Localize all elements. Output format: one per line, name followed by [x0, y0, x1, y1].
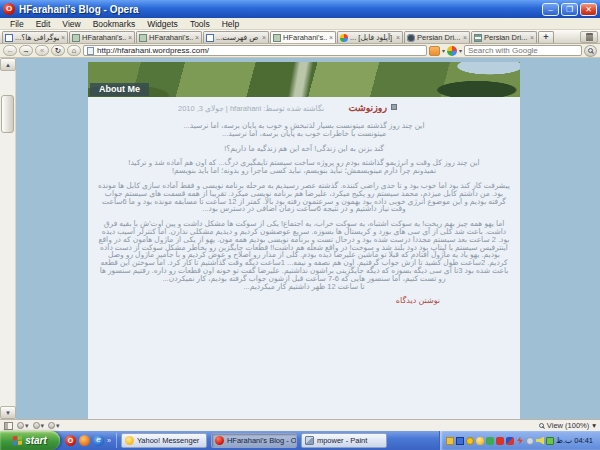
- start-label: start: [25, 435, 47, 446]
- tray-display-icon[interactable]: [456, 437, 464, 445]
- blog-header-image: About Me: [88, 62, 520, 97]
- quick-launch-area: O e »: [60, 433, 117, 448]
- about-me-nav-label[interactable]: About Me: [90, 83, 149, 96]
- wordpress-favicon: [72, 34, 80, 42]
- post-paragraph: این چند روز کل وقت و انرژیمو گذاشته بودم…: [98, 159, 510, 175]
- status-network-button[interactable]: ▾: [33, 422, 45, 430]
- tab-close-icon[interactable]: ×: [396, 34, 400, 41]
- tab-3[interactable]: HFarahani's... ×: [136, 31, 202, 43]
- closed-tabs-trash-button[interactable]: [580, 31, 598, 43]
- scroll-up-button[interactable]: ▲: [0, 58, 16, 71]
- post-area: روزنوشت نگاشته شده توسط: hfarahani | جول…: [88, 97, 520, 419]
- menu-item-edit[interactable]: Edit: [30, 19, 57, 29]
- quick-launch-ie-icon[interactable]: e: [93, 435, 104, 446]
- menu-item-view[interactable]: View: [56, 19, 86, 29]
- tab-close-icon[interactable]: ×: [128, 34, 132, 41]
- tab-close-icon[interactable]: ×: [530, 34, 534, 41]
- tray-battery-icon[interactable]: [546, 437, 554, 445]
- tab-4[interactable]: ...ص فهرست ×: [203, 31, 269, 43]
- tray-warning-icon[interactable]: [466, 437, 474, 445]
- quick-launch-overflow-chevron[interactable]: »: [107, 437, 111, 444]
- tray-messenger-smiley-icon[interactable]: [476, 437, 484, 445]
- tray-power-icon[interactable]: [516, 437, 524, 445]
- search-go-button[interactable]: [584, 45, 597, 57]
- tab-6[interactable]: ... [آپلود فایل] ×: [337, 31, 403, 43]
- page-icon: [87, 47, 94, 55]
- close-button[interactable]: ✕: [580, 3, 597, 16]
- restore-button[interactable]: ❐: [561, 3, 578, 16]
- rewind-button[interactable]: «: [35, 45, 49, 56]
- menu-item-widgets[interactable]: Widgets: [141, 19, 184, 29]
- quick-launch-opera-icon[interactable]: O: [65, 435, 76, 446]
- tray-chat-icon[interactable]: [486, 437, 494, 445]
- tab-2[interactable]: HFarahani's... ×: [69, 31, 135, 43]
- scrollbar-thumb[interactable]: [1, 95, 14, 133]
- tab-close-icon[interactable]: ×: [195, 34, 199, 41]
- zoom-view-control[interactable]: View (100%) ▾: [539, 421, 596, 430]
- menu-item-file[interactable]: File: [4, 19, 30, 29]
- wordpress-favicon: [139, 34, 147, 42]
- menu-item-help[interactable]: Help: [216, 19, 245, 29]
- network-icon: [33, 422, 40, 429]
- tab-close-icon[interactable]: ×: [262, 34, 266, 41]
- taskbar-button-opera-blog[interactable]: HFarahani's Blog - Op...: [211, 433, 297, 448]
- tab-close-icon[interactable]: ×: [329, 34, 333, 41]
- tab-5-active[interactable]: HFarahani's... ×: [270, 31, 336, 43]
- search-input[interactable]: [468, 46, 578, 55]
- google-search-engine-icon[interactable]: [447, 46, 457, 56]
- tab-close-icon[interactable]: ×: [61, 34, 65, 41]
- home-button[interactable]: ⌂: [67, 45, 81, 56]
- status-sync-button[interactable]: ▾: [17, 422, 29, 430]
- post-paragraph: گند بزنن به این زندگی! آخه این هم زندگیه…: [98, 145, 510, 153]
- sync-icon: [17, 422, 24, 429]
- table-favicon: [474, 34, 482, 42]
- rss-feed-icon[interactable]: [429, 46, 440, 56]
- post-byline: نگاشته شده توسط: hfarahani | جولای 3, 20…: [178, 104, 324, 113]
- vertical-scrollbar[interactable]: ▲ ▼: [0, 58, 16, 419]
- tab-close-icon[interactable]: ×: [463, 34, 467, 41]
- engine-caret-icon[interactable]: ▾: [459, 47, 462, 54]
- tab-bar: ...بیوگرافی ها؟ × HFarahani's... × HFara…: [0, 30, 600, 44]
- scroll-down-button[interactable]: ▼: [0, 406, 16, 419]
- status-security-button[interactable]: ▾: [48, 422, 60, 430]
- quick-launch-browser-icon[interactable]: [79, 435, 90, 446]
- wordpress-favicon: [273, 34, 281, 42]
- blog-favicon: [206, 34, 214, 42]
- taskbar-clock[interactable]: 04:41 ب.ظ: [556, 436, 595, 445]
- tab-7[interactable]: Persian Dri... ×: [404, 31, 470, 43]
- menu-bar: File Edit View Bookmarks Widgets Tools H…: [0, 18, 600, 30]
- url-input[interactable]: [97, 46, 423, 55]
- tab-8[interactable]: Persian Dri... ×: [471, 31, 537, 43]
- tray-antivirus-shield-icon[interactable]: [506, 437, 514, 445]
- tab-label: ... [آپلود فایل]: [350, 33, 394, 42]
- write-comment-link[interactable]: نوشتن دیدگاه: [98, 297, 440, 305]
- trash-icon: [586, 33, 593, 41]
- tab-label: HFarahani's...: [283, 33, 327, 42]
- tab-1[interactable]: ...بیوگرافی ها؟ ×: [2, 31, 68, 43]
- taskbar-button-yahoo-messenger[interactable]: Yahoo! Messenger: [121, 433, 207, 448]
- panels-toggle-icon[interactable]: [4, 422, 13, 430]
- rss-caret-icon[interactable]: ▾: [442, 47, 445, 54]
- tab-label: ...ص فهرست: [216, 33, 260, 42]
- forward-button[interactable]: →: [19, 45, 33, 56]
- tab-label: Persian Dri...: [417, 33, 461, 42]
- minimize-button[interactable]: –: [542, 3, 559, 16]
- tray-update-icon[interactable]: [526, 437, 534, 445]
- new-tab-button[interactable]: +: [538, 31, 554, 43]
- blog-content-column: About Me روزنوشت نگاشته شده توسط: hfarah…: [88, 58, 520, 419]
- tray-volume-icon[interactable]: [536, 437, 544, 445]
- tray-alert-icon[interactable]: [496, 437, 504, 445]
- back-button[interactable]: ←: [3, 45, 17, 56]
- opera-browser-window: O HFarahani's Blog - Opera – ❐ ✕ File Ed…: [0, 0, 600, 450]
- magnifier-icon: [539, 423, 544, 428]
- menu-item-bookmarks[interactable]: Bookmarks: [87, 19, 142, 29]
- post-title-link[interactable]: روزنوشت: [348, 102, 387, 113]
- tray-folder-icon[interactable]: [446, 437, 454, 445]
- page-viewport: About Me روزنوشت نگاشته شده توسط: hfarah…: [0, 58, 600, 419]
- title-bar: O HFarahani's Blog - Opera – ❐ ✕: [0, 0, 600, 18]
- taskbar-button-paint[interactable]: mpower - Paint: [301, 433, 387, 448]
- tab-label: HFarahani's...: [82, 33, 126, 42]
- menu-item-tools[interactable]: Tools: [184, 19, 216, 29]
- reload-button[interactable]: ↻: [51, 45, 65, 56]
- start-button[interactable]: start: [0, 431, 60, 450]
